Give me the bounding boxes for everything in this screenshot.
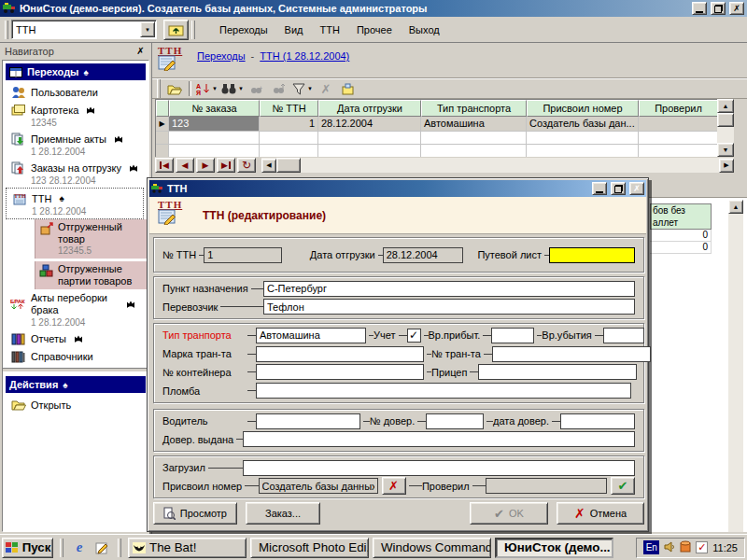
grid-col-order-no[interactable]: № заказа (169, 100, 260, 117)
volume-icon[interactable] (664, 541, 675, 554)
notes-icon[interactable] (92, 539, 111, 557)
tree-item-shipping-orders[interactable]: Заказы на отгрузку (3, 158, 148, 175)
tree-item-shipped-batches[interactable]: Отгруженные партии товаров (35, 261, 148, 289)
tree-item-shipped-goods[interactable]: Отгруженный товар 12345.5 (35, 219, 148, 259)
tree-item-defect-acts[interactable]: БРАК Акты переборки брака (3, 289, 148, 317)
database-tray-icon[interactable] (680, 540, 691, 554)
dialog-close-button[interactable]: ✗ (629, 182, 644, 195)
collapse-icon[interactable]: ♠ (63, 380, 67, 390)
settings-button[interactable] (337, 79, 359, 98)
task-button-photo-editor[interactable]: Microsoft Photo Edi... (250, 538, 369, 558)
scroll-up-icon[interactable]: ▲ (717, 99, 734, 113)
grid-col-transport-type[interactable]: Тип транспорта (421, 100, 527, 117)
grid-row-empty[interactable] (156, 145, 717, 158)
filter-button[interactable]: ▼ (290, 79, 315, 98)
scroll-right-icon[interactable]: ▶ (719, 159, 734, 173)
close-button[interactable]: ✗ (729, 2, 744, 15)
grid-cell-order-no[interactable]: 123 (169, 117, 260, 132)
grid-col-ttn-no[interactable]: № ТТН (260, 100, 318, 117)
transport-type-field[interactable] (256, 328, 366, 343)
ship-date-field[interactable] (383, 247, 463, 263)
assigned-by-field[interactable] (259, 478, 378, 494)
trailer-field[interactable] (478, 364, 637, 380)
destination-field[interactable] (263, 281, 635, 297)
vehicle-no-field[interactable] (492, 346, 651, 362)
waybill-field[interactable] (549, 247, 635, 263)
breadcrumb-link-transitions[interactable]: Переходы (197, 50, 246, 62)
task-button-unistok[interactable]: ЮниСток (демо... (495, 538, 613, 558)
dropdown-arrow-icon[interactable]: ▼ (238, 86, 244, 91)
tasks-grip[interactable] (118, 539, 121, 557)
tree-item-users[interactable]: Пользователи (3, 82, 148, 100)
collapse-icon[interactable]: ♠ (84, 67, 89, 77)
menu-item-other[interactable]: Прочее (348, 21, 401, 39)
grid-horizontal-scrollbar[interactable]: ◀ ▶ (261, 158, 734, 173)
action-item-open[interactable]: Открыть (3, 395, 148, 413)
confirm-checked-button[interactable]: ✔ (611, 477, 635, 495)
tree-item-directories[interactable]: Справочники (3, 346, 148, 364)
detail-grid-cell[interactable]: 0 (650, 242, 712, 254)
container-no-field[interactable] (256, 364, 424, 380)
scroll-up-icon[interactable]: ▲ (728, 200, 743, 214)
maximize-button[interactable] (711, 2, 726, 15)
menu-item-ttn[interactable]: ТТН (312, 21, 348, 39)
antivirus-tray-icon[interactable]: ✓ (696, 541, 708, 553)
refresh-button[interactable]: ↻ (237, 158, 256, 173)
sort-button[interactable]: АЯ▼ (194, 79, 219, 98)
navigator-close-icon[interactable]: ✗ (134, 46, 147, 56)
arrival-time-field[interactable] (491, 328, 534, 343)
collapse-icon[interactable]: ♠ (59, 193, 63, 203)
driver-field[interactable] (256, 413, 360, 429)
find-button[interactable]: ▼ (219, 79, 246, 98)
proxy-date-field[interactable] (560, 413, 635, 429)
language-indicator[interactable]: En (643, 540, 659, 554)
cancel-button[interactable]: ✗Отмена (557, 502, 644, 525)
tree-header-actions[interactable]: Действия ♠ (6, 376, 146, 393)
scrollbar-thumb[interactable] (717, 113, 734, 127)
prev-record-button[interactable]: ◀ (176, 158, 194, 173)
tree-header-transitions[interactable]: Переходы ♠ (6, 63, 146, 80)
dropdown-arrow-icon[interactable]: ▼ (307, 86, 313, 91)
grid-row-selected[interactable]: ▶ 123 1 28.12.2004 Автомашина Создатель … (156, 117, 717, 132)
view-selector-input[interactable] (12, 24, 132, 35)
carrier-field[interactable] (263, 299, 635, 315)
scroll-left-icon[interactable]: ◀ (261, 159, 276, 173)
open-button[interactable] (163, 79, 186, 98)
last-record-button[interactable]: ▶ (217, 158, 235, 173)
proxy-issued-field[interactable] (243, 431, 635, 447)
clear-assigned-button[interactable]: ✗ (382, 477, 406, 495)
grid-toolbar-grip[interactable] (157, 79, 161, 98)
proxy-no-field[interactable] (426, 413, 484, 429)
internet-explorer-icon[interactable]: e (70, 539, 89, 557)
clock[interactable]: 11:25 (712, 542, 738, 553)
grid-cell-ttn-no[interactable]: 1 (260, 117, 318, 132)
view-selector[interactable]: ▼ (11, 20, 157, 39)
grid-row-empty[interactable] (156, 132, 717, 145)
checked-by-field[interactable] (486, 478, 607, 494)
menu-item-transitions[interactable]: Переходы (211, 21, 276, 39)
breadcrumb-link-current[interactable]: ТТН (1 28.12.2004) (260, 50, 349, 62)
tree-item-ttn[interactable]: ТТН ТТН ♠ (7, 189, 143, 206)
departure-time-field[interactable] (603, 328, 644, 343)
up-level-button[interactable] (163, 20, 189, 40)
dropdown-arrow-icon[interactable]: ▼ (212, 86, 218, 91)
grid-cell-assigned-by[interactable]: Создатель базы дан... (527, 117, 639, 132)
next-record-button[interactable]: ▶ (196, 158, 215, 173)
grid-col-checked-by[interactable]: Проверил (639, 100, 718, 117)
menu-item-view[interactable]: Вид (276, 21, 312, 39)
quicklaunch-grip[interactable] (60, 539, 63, 557)
order-button[interactable]: Заказ... (246, 502, 320, 525)
grid-vertical-scrollbar[interactable]: ▲ ▼ (717, 99, 734, 157)
menubar-grip[interactable] (191, 21, 195, 39)
first-record-button[interactable]: ◀ (155, 158, 174, 173)
task-button-commander[interactable]: Windows Command... (373, 538, 491, 558)
tree-item-card-index[interactable]: Картотека (3, 100, 148, 118)
grid-cell-ship-date[interactable]: 28.12.2004 (318, 117, 421, 132)
scrollbar-thumb[interactable] (276, 158, 301, 173)
seal-field[interactable] (256, 383, 631, 399)
minimize-button[interactable] (692, 2, 707, 15)
menu-item-exit[interactable]: Выход (401, 21, 448, 39)
start-button[interactable]: Пуск (2, 538, 53, 558)
dialog-maximize-button[interactable] (611, 182, 626, 195)
scroll-down-icon[interactable]: ▼ (717, 143, 734, 157)
